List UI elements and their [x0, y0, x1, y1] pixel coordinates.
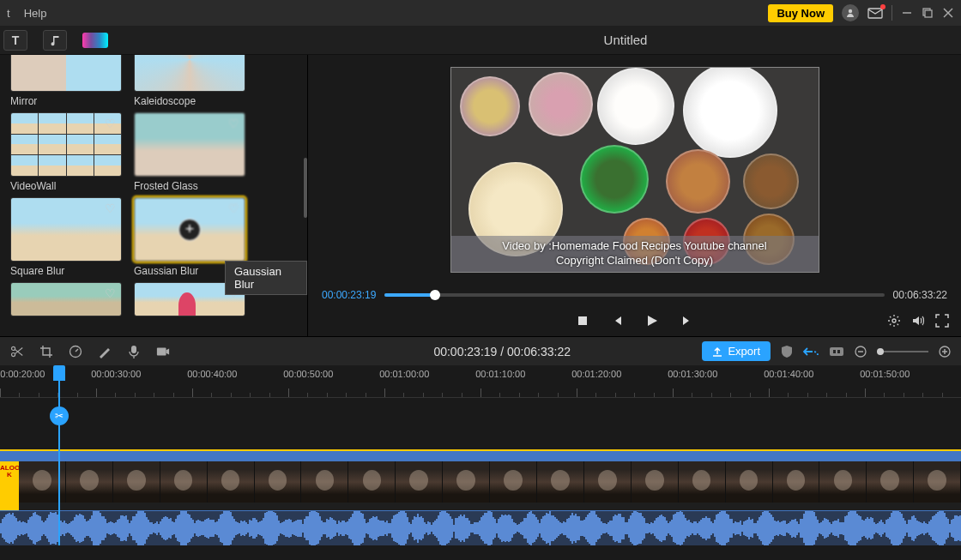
minimize-button[interactable] [901, 8, 913, 18]
effect-label: Mirror [10, 95, 122, 107]
heart-icon[interactable]: ♡ [228, 117, 239, 130]
close-button[interactable] [942, 8, 954, 18]
preview-panel: Video by :Homemade Food Recipes Youtube … [307, 55, 961, 336]
scrollbar-thumb[interactable] [304, 158, 307, 218]
svg-rect-12 [131, 346, 136, 353]
audio-tab[interactable] [43, 30, 67, 51]
timeline[interactable]: 00:00:20:0000:00:30:0000:00:40:0000:00:5… [0, 365, 961, 545]
video-caption: Video by :Homemade Food Recipes Youtube … [451, 236, 819, 272]
svg-point-0 [849, 9, 852, 13]
preview-video[interactable]: Video by :Homemade Food Recipes Youtube … [450, 67, 819, 273]
svg-rect-4 [925, 10, 932, 17]
timeline-ruler[interactable]: 00:00:20:0000:00:30:0000:00:40:0000:00:5… [0, 365, 961, 398]
shield-icon[interactable] [781, 345, 793, 358]
buy-now-button[interactable]: Buy Now [768, 4, 833, 22]
zoom-out-icon[interactable] [855, 346, 867, 358]
menubar: t Help Buy Now [0, 0, 961, 26]
video-track[interactable]: ALOO K [0, 449, 961, 511]
svg-point-8 [892, 319, 896, 322]
effects-panel: ♡ Mirror ♡ Kaleidoscope ♡ VideoWall ♡ Fr… [0, 55, 307, 336]
seek-knob[interactable] [430, 290, 440, 300]
record-screen-icon[interactable] [156, 346, 170, 358]
heart-icon[interactable]: ♡ [228, 202, 239, 215]
svg-point-10 [12, 352, 15, 356]
effect-more[interactable]: ♡ [10, 282, 122, 316]
svg-point-9 [12, 346, 15, 350]
duration-label: 00:06:33:22 [893, 289, 947, 301]
zoom-in-icon[interactable] [939, 346, 951, 358]
seek-slider[interactable] [384, 293, 884, 297]
svg-rect-13 [157, 347, 166, 355]
effect-label: VideoWall [10, 180, 122, 192]
timeline-toolbar: 00:00:23:19 / 00:06:33:22 Export [0, 336, 961, 365]
svg-rect-14 [830, 347, 843, 356]
current-time-label: 00:00:23:19 [322, 289, 376, 301]
effect-tooltip: Gaussian Blur [225, 261, 307, 295]
audio-track[interactable] [0, 511, 961, 545]
heart-icon[interactable]: ♡ [105, 202, 116, 215]
split-icon[interactable] [10, 345, 24, 358]
volume-icon[interactable] [911, 314, 925, 328]
text-tool-tab[interactable]: T [3, 30, 27, 51]
effect-label: Kaleidoscope [134, 95, 245, 107]
media-tabbar: T Untitled [0, 26, 961, 55]
color-grade-icon[interactable] [98, 345, 112, 358]
undo-icon[interactable] [803, 346, 819, 358]
scissors-icon[interactable]: ✂ [50, 406, 69, 425]
timeline-timecode: 00:00:23:19 / 00:06:33:22 [317, 345, 686, 358]
export-button[interactable]: Export [702, 341, 771, 361]
settings-icon[interactable] [887, 314, 901, 328]
effect-label: Frosted Glass [134, 180, 245, 192]
playhead[interactable]: ✂ [58, 365, 60, 545]
notification-icon[interactable] [867, 7, 883, 19]
clip-handle[interactable]: ALOO K [0, 461, 19, 510]
fullscreen-icon[interactable] [935, 314, 949, 328]
svg-rect-7 [578, 316, 587, 325]
divider [891, 5, 892, 21]
speed-icon[interactable] [69, 345, 82, 358]
menu-item-t[interactable]: t [7, 7, 10, 20]
add-effect-button[interactable]: + [178, 219, 201, 241]
heart-icon[interactable]: ♡ [105, 117, 116, 130]
heart-icon[interactable]: ♡ [105, 286, 116, 300]
play-button[interactable] [645, 314, 659, 328]
effect-square-blur[interactable]: ♡ Square Blur [10, 197, 122, 277]
zoom-slider[interactable] [877, 351, 928, 352]
fit-icon[interactable] [829, 346, 844, 357]
frame-forward-button[interactable] [681, 315, 693, 327]
effect-videowall[interactable]: ♡ VideoWall [10, 112, 122, 192]
svg-rect-15 [833, 350, 836, 353]
effects-tab[interactable] [82, 33, 108, 48]
effect-kaleidoscope[interactable]: ♡ Kaleidoscope [134, 55, 245, 107]
menu-item-help[interactable]: Help [24, 7, 47, 20]
voiceover-icon[interactable] [127, 345, 141, 358]
effect-mirror[interactable]: ♡ Mirror [10, 55, 122, 107]
account-icon[interactable] [842, 4, 859, 21]
effect-label: Square Blur [10, 265, 122, 277]
stop-button[interactable] [577, 315, 589, 327]
svg-rect-16 [837, 350, 840, 353]
maximize-button[interactable] [922, 8, 934, 18]
crop-icon[interactable] [39, 345, 53, 358]
frame-back-button[interactable] [611, 315, 623, 327]
project-title: Untitled [307, 33, 961, 47]
effect-frosted-glass[interactable]: ♡ Frosted Glass [134, 112, 245, 192]
